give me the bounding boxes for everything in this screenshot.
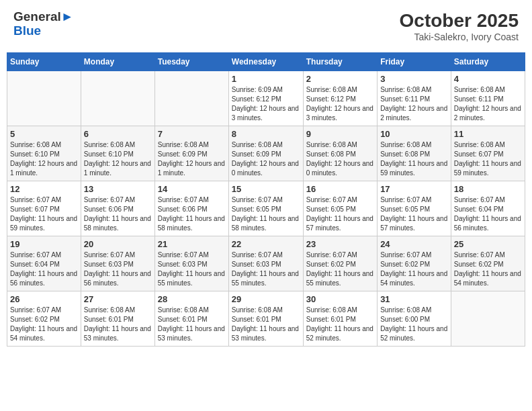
day-number: 5 [10,129,78,139]
logo-general: General [13,9,61,24]
calendar-cell: 11Sunrise: 6:08 AM Sunset: 6:07 PM Dayli… [451,126,525,181]
day-info: Sunrise: 6:07 AM Sunset: 6:03 PM Dayligh… [84,250,152,288]
logo-blue: Blue [13,24,41,38]
calendar-week-row: 1Sunrise: 6:09 AM Sunset: 6:12 PM Daylig… [7,71,525,126]
day-number: 28 [158,294,226,304]
calendar-cell: 1Sunrise: 6:09 AM Sunset: 6:12 PM Daylig… [228,71,303,126]
calendar-cell: 8Sunrise: 6:08 AM Sunset: 6:09 PM Daylig… [228,126,303,181]
day-number: 25 [454,239,522,249]
calendar-cell: 18Sunrise: 6:07 AM Sunset: 6:04 PM Dayli… [451,181,525,236]
weekday-header: Monday [81,53,154,71]
day-info: Sunrise: 6:07 AM Sunset: 6:05 PM Dayligh… [306,195,374,233]
weekday-header: Saturday [451,53,525,71]
day-info: Sunrise: 6:08 AM Sunset: 6:09 PM Dayligh… [158,140,226,178]
calendar-cell: 10Sunrise: 6:08 AM Sunset: 6:08 PM Dayli… [378,126,451,181]
day-number: 9 [306,129,374,139]
day-info: Sunrise: 6:08 AM Sunset: 6:07 PM Dayligh… [454,140,522,178]
day-number: 22 [232,239,300,249]
day-info: Sunrise: 6:07 AM Sunset: 6:06 PM Dayligh… [158,195,226,233]
calendar-cell: 9Sunrise: 6:08 AM Sunset: 6:08 PM Daylig… [303,126,377,181]
day-number: 26 [10,294,78,304]
day-number: 12 [10,184,78,194]
calendar-table: SundayMondayTuesdayWednesdayThursdayFrid… [7,52,525,347]
day-info: Sunrise: 6:07 AM Sunset: 6:04 PM Dayligh… [10,250,78,288]
calendar-cell: 5Sunrise: 6:08 AM Sunset: 6:10 PM Daylig… [7,126,81,181]
day-number: 29 [232,294,300,304]
day-info: Sunrise: 6:07 AM Sunset: 6:03 PM Dayligh… [158,250,226,288]
page-header: General► Blue October 2025 Taki-Salekro,… [7,7,525,46]
day-info: Sunrise: 6:09 AM Sunset: 6:12 PM Dayligh… [232,85,300,123]
calendar-cell: 28Sunrise: 6:08 AM Sunset: 6:01 PM Dayli… [154,291,228,347]
calendar-cell: 14Sunrise: 6:07 AM Sunset: 6:06 PM Dayli… [154,181,228,236]
day-number: 7 [158,129,226,139]
day-number: 13 [84,184,152,194]
calendar-cell: 21Sunrise: 6:07 AM Sunset: 6:03 PM Dayli… [154,236,228,291]
weekday-header: Friday [378,53,451,71]
day-number: 30 [306,294,374,304]
calendar-cell: 7Sunrise: 6:08 AM Sunset: 6:09 PM Daylig… [154,126,228,181]
day-number: 10 [380,129,448,139]
calendar-cell: 30Sunrise: 6:08 AM Sunset: 6:01 PM Dayli… [303,291,377,347]
day-info: Sunrise: 6:07 AM Sunset: 6:04 PM Dayligh… [454,195,522,233]
day-number: 24 [380,239,448,249]
calendar-cell [7,71,81,126]
calendar-cell: 25Sunrise: 6:07 AM Sunset: 6:02 PM Dayli… [451,236,525,291]
calendar-header: SundayMondayTuesdayWednesdayThursdayFrid… [7,53,525,71]
calendar-cell [154,71,228,126]
weekday-header: Thursday [303,53,377,71]
day-info: Sunrise: 6:07 AM Sunset: 6:03 PM Dayligh… [232,250,300,288]
calendar-title: October 2025 [400,10,519,32]
calendar-week-row: 12Sunrise: 6:07 AM Sunset: 6:07 PM Dayli… [7,181,525,236]
weekday-header: Wednesday [228,53,303,71]
day-info: Sunrise: 6:08 AM Sunset: 6:09 PM Dayligh… [232,140,300,178]
day-number: 16 [306,184,374,194]
day-number: 2 [306,74,374,84]
day-number: 4 [454,74,522,84]
calendar-subtitle: Taki-Salekro, Ivory Coast [400,32,519,42]
weekday-row: SundayMondayTuesdayWednesdayThursdayFrid… [7,53,525,71]
day-number: 6 [84,129,152,139]
day-info: Sunrise: 6:08 AM Sunset: 6:11 PM Dayligh… [454,85,522,123]
calendar-cell: 6Sunrise: 6:08 AM Sunset: 6:10 PM Daylig… [81,126,154,181]
day-info: Sunrise: 6:08 AM Sunset: 6:08 PM Dayligh… [380,140,448,178]
day-number: 31 [380,294,448,304]
day-number: 18 [454,184,522,194]
day-number: 23 [306,239,374,249]
day-number: 3 [380,74,448,84]
day-info: Sunrise: 6:07 AM Sunset: 6:02 PM Dayligh… [306,250,374,288]
calendar-cell: 12Sunrise: 6:07 AM Sunset: 6:07 PM Dayli… [7,181,81,236]
calendar-cell: 4Sunrise: 6:08 AM Sunset: 6:11 PM Daylig… [451,71,525,126]
calendar-cell: 15Sunrise: 6:07 AM Sunset: 6:05 PM Dayli… [228,181,303,236]
calendar-cell: 29Sunrise: 6:08 AM Sunset: 6:01 PM Dayli… [228,291,303,347]
day-number: 15 [232,184,300,194]
day-number: 8 [232,129,300,139]
day-info: Sunrise: 6:08 AM Sunset: 6:01 PM Dayligh… [306,306,374,343]
day-info: Sunrise: 6:08 AM Sunset: 6:01 PM Dayligh… [158,306,226,343]
day-info: Sunrise: 6:07 AM Sunset: 6:05 PM Dayligh… [380,195,448,233]
day-number: 14 [158,184,226,194]
calendar-cell: 22Sunrise: 6:07 AM Sunset: 6:03 PM Dayli… [228,236,303,291]
calendar-cell: 16Sunrise: 6:07 AM Sunset: 6:05 PM Dayli… [303,181,377,236]
day-info: Sunrise: 6:07 AM Sunset: 6:06 PM Dayligh… [84,195,152,233]
day-info: Sunrise: 6:07 AM Sunset: 6:05 PM Dayligh… [232,195,300,233]
title-block: October 2025 Taki-Salekro, Ivory Coast [400,10,519,42]
calendar-cell: 26Sunrise: 6:07 AM Sunset: 6:02 PM Dayli… [7,291,81,347]
day-number: 21 [158,239,226,249]
day-number: 11 [454,129,522,139]
calendar-cell: 24Sunrise: 6:07 AM Sunset: 6:02 PM Dayli… [378,236,451,291]
day-info: Sunrise: 6:07 AM Sunset: 6:02 PM Dayligh… [10,306,78,343]
calendar-cell: 20Sunrise: 6:07 AM Sunset: 6:03 PM Dayli… [81,236,154,291]
day-info: Sunrise: 6:07 AM Sunset: 6:02 PM Dayligh… [380,250,448,288]
day-number: 20 [84,239,152,249]
day-info: Sunrise: 6:08 AM Sunset: 6:01 PM Dayligh… [84,306,152,343]
weekday-header: Sunday [7,53,81,71]
calendar-body: 1Sunrise: 6:09 AM Sunset: 6:12 PM Daylig… [7,71,525,347]
day-number: 1 [232,74,300,84]
calendar-cell: 17Sunrise: 6:07 AM Sunset: 6:05 PM Dayli… [378,181,451,236]
day-info: Sunrise: 6:08 AM Sunset: 6:00 PM Dayligh… [380,306,448,343]
calendar-cell: 23Sunrise: 6:07 AM Sunset: 6:02 PM Dayli… [303,236,377,291]
day-info: Sunrise: 6:08 AM Sunset: 6:10 PM Dayligh… [10,140,78,178]
day-number: 17 [380,184,448,194]
calendar-cell: 27Sunrise: 6:08 AM Sunset: 6:01 PM Dayli… [81,291,154,347]
logo: General► Blue [13,10,74,38]
